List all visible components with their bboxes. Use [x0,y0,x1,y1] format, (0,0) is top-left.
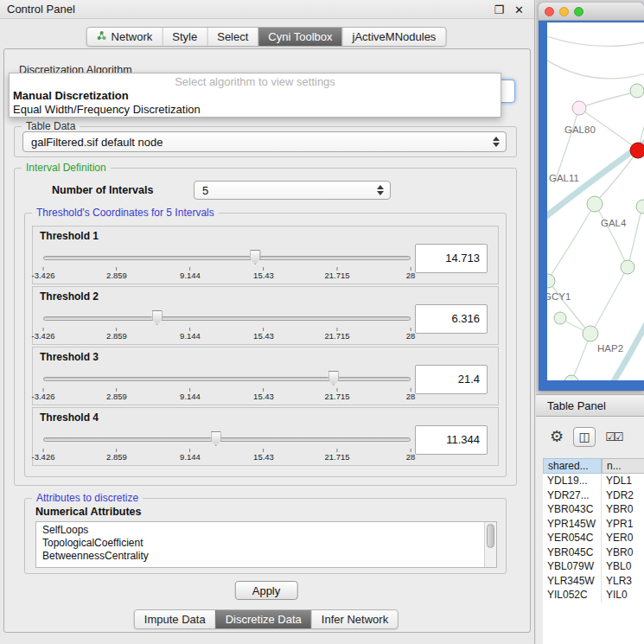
slider-track[interactable] [43,316,411,321]
network-node[interactable] [583,326,598,341]
network-node[interactable] [630,143,644,158]
tab-label: Style [172,30,197,43]
table-data-label: Table Data [22,120,80,132]
slider-tick-label: 15.43 [253,388,274,401]
slider-thumb-icon[interactable] [328,371,339,386]
network-node[interactable] [630,84,644,98]
tab-impute-data[interactable]: Impute Data [135,610,215,628]
table-cell: YPR145W [543,517,602,532]
network-node-label: GAL4 [601,218,627,228]
split-columns-icon: ◫ [579,430,590,443]
table-row[interactable]: YPR145WYPR1 [543,517,644,532]
gear-icon[interactable]: ⚙ [550,427,564,446]
float-window-icon[interactable]: ❐ [494,3,504,16]
tab-jactivemnodules[interactable]: jActiveMNodules [342,28,446,46]
network-node[interactable] [547,274,555,288]
threshold-value-field[interactable]: 21.4 [415,365,488,394]
slider-tick-label: 15.43 [253,267,274,280]
tab-infer-network[interactable]: Infer Network [311,610,398,628]
slider-track[interactable] [43,437,411,442]
close-traffic-light-icon[interactable] [545,7,554,16]
minimize-traffic-light-icon[interactable] [559,7,569,16]
threshold-label: Threshold 1 [40,230,99,242]
network-node[interactable] [564,375,578,380]
threshold-label: Threshold 4 [40,411,99,424]
table-row[interactable]: YIL052CYIL0 [543,588,644,603]
table-row[interactable]: YBL079WYBL0 [543,559,644,574]
tab-label: jActiveMNodules [353,30,437,43]
top-tab-bar: NetworkStyleSelectCyni ToolboxjActiveMNo… [86,27,447,47]
threshold-slider[interactable]: -3.4262.8599.14415.4321.71528 [43,370,411,403]
network-edge [547,35,644,46]
threshold-value-field[interactable]: 6.316 [415,304,488,334]
table-column-header[interactable]: n... [602,458,644,474]
table-row[interactable]: YDL19...YDL1 [543,474,644,488]
table-data-combobox[interactable]: galFiltered.sif default node [22,131,507,152]
tab-select[interactable]: Select [207,28,258,46]
table-row[interactable]: YER054CYER0 [543,531,644,545]
attribute-list-item[interactable]: TopologicalCoefficient [42,537,496,550]
network-edge [547,57,644,79]
network-node[interactable] [587,196,603,212]
threshold-slider[interactable]: -3.4262.8599.14415.4321.71528 [43,249,411,282]
slider-track[interactable] [43,377,411,381]
slider-tick-label: 2.859 [106,328,127,341]
number-of-intervals-value: 5 [202,184,208,197]
bottom-tab-bar: Impute DataDiscretize DataInfer Network [134,609,399,629]
tab-style[interactable]: Style [162,28,207,46]
tab-discretize-data[interactable]: Discretize Data [215,610,311,628]
slider-thumb-icon[interactable] [250,250,261,265]
close-icon[interactable]: ✕ [514,3,524,16]
network-node[interactable] [636,200,644,214]
table-column-header[interactable]: shared... [543,458,602,474]
table-cell: YBL079W [543,559,602,574]
threshold-label: Threshold 2 [40,290,99,303]
slider-thumb-icon[interactable] [151,310,163,325]
slider-tick-label: 9.144 [180,328,201,341]
tab-network[interactable]: Network [87,28,163,46]
apply-button[interactable]: Apply [235,581,298,600]
network-node[interactable] [554,312,566,324]
slider-tick-label: 9.144 [180,449,201,462]
table-row[interactable]: YBR043CYBR0 [543,502,644,517]
network-node-label: GCY1 [547,291,571,302]
numerical-attributes-list[interactable]: SelfLoopsTopologicalCoefficientBetweenne… [35,521,497,568]
network-canvas[interactable]: GAL80GAL11GAL4GCY1HAP2 [547,22,644,380]
threshold-slider[interactable]: -3.4262.8599.14415.4321.71528 [43,309,411,342]
attribute-list-item[interactable]: BetweennessCentrality [42,550,496,563]
select-columns-icon[interactable]: ☑☑ [605,430,622,443]
network-edge [549,204,595,278]
slider-tick-label: 2.859 [106,388,127,401]
network-tab-icon [97,30,107,43]
slider-tick-label: 15.43 [253,328,274,341]
threshold-slider[interactable]: -3.4262.8599.14415.4321.71528 [43,430,411,463]
table-row[interactable]: YBR045CYBR0 [543,545,644,560]
threshold-value-field[interactable]: 11.344 [415,425,488,455]
network-view-window[interactable]: GAL80GAL11GAL4GCY1HAP2 [539,3,644,391]
slider-track[interactable] [43,256,411,260]
attribute-list-item[interactable]: SelfLoops [42,524,496,537]
zoom-traffic-light-icon[interactable] [574,7,583,16]
network-graph: GAL80GAL11GAL4GCY1HAP2 [547,22,644,380]
network-edge [628,206,642,265]
column-view-button[interactable]: ◫ [573,427,596,447]
slider-tick-label: 15.43 [253,449,274,462]
network-node[interactable] [621,260,634,274]
number-of-intervals-label: Number of Intervals [52,184,153,196]
scrollbar-thumb[interactable] [487,524,494,548]
table-cell: YBL0 [602,559,644,574]
table-row[interactable]: YLR345WYLR3 [543,574,644,589]
list-scrollbar[interactable] [484,522,496,567]
algorithm-option-equal-width[interactable]: Equal Width/Frequency Discretization [10,103,501,117]
table-toolbar: ⚙ ◫ ☑☑ [536,423,644,450]
table-row[interactable]: YDR27...YDR2 [543,488,644,503]
threshold-value-field[interactable]: 14.713 [415,244,488,273]
network-node[interactable] [572,101,586,115]
slider-scale: -3.4262.8599.14415.4321.71528 [43,267,411,281]
node-table[interactable]: shared...n... YDL19...YDL1YDR27...YDR2YB… [543,458,644,644]
algorithm-option-manual[interactable]: Manual Discretization [10,89,501,103]
slider-thumb-icon[interactable] [210,431,221,446]
table-rows: YDL19...YDL1YDR27...YDR2YBR043CYBR0YPR14… [543,474,644,603]
tab-cyni-toolbox[interactable]: Cyni Toolbox [258,28,341,46]
number-of-intervals-combobox[interactable]: 5 [194,181,391,200]
